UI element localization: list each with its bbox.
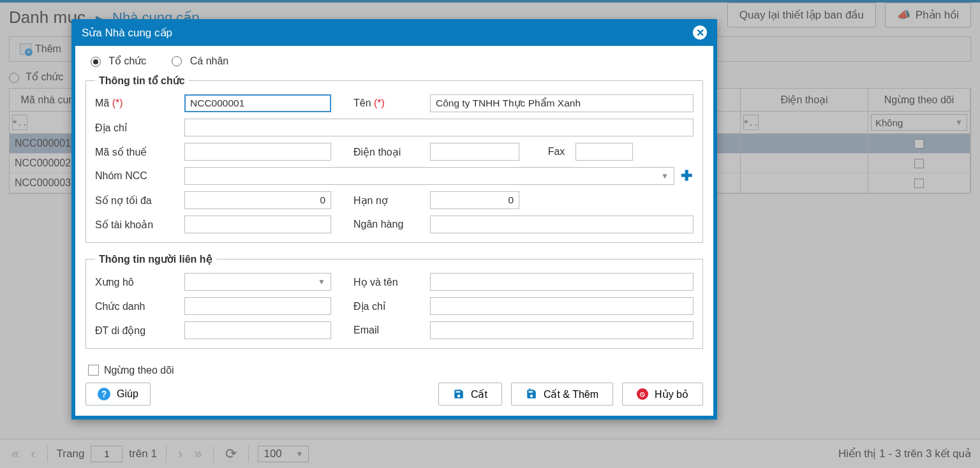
contact-info-fieldset: Thông tin người liên hệ Xưng hô ▼ Họ và … <box>85 253 703 349</box>
save-button-label: Cất <box>471 388 487 400</box>
fullname-input[interactable] <box>430 273 694 291</box>
chevron-down-icon: ▼ <box>318 277 325 286</box>
mobile-input[interactable] <box>184 321 331 339</box>
organization-legend: Thông tin tổ chức <box>95 75 189 87</box>
save-plus-icon <box>526 388 537 400</box>
address-input[interactable] <box>184 119 694 136</box>
stop-following-checkbox[interactable]: Ngừng theo dõi <box>85 359 703 376</box>
save-and-add-button-label: Cất & Thêm <box>544 388 598 400</box>
required-marker: (*) <box>112 98 123 108</box>
save-button[interactable]: Cất <box>438 383 502 406</box>
code-input[interactable] <box>184 94 331 112</box>
contact-legend: Thông tin người liên hệ <box>95 253 216 265</box>
mobile-label: ĐT di động <box>95 325 184 337</box>
save-and-add-button[interactable]: Cất & Thêm <box>511 383 613 406</box>
maxdebt-input[interactable] <box>184 191 331 209</box>
supplier-type-radios: Tổ chức Cá nhân <box>85 55 703 75</box>
group-select[interactable]: ▼ <box>184 167 674 185</box>
account-label: Số tài khoản <box>95 219 184 231</box>
radio-checked-icon <box>91 57 101 67</box>
email-label: Email <box>353 325 430 336</box>
bank-label: Ngân hàng <box>353 219 430 230</box>
contact-address-input[interactable] <box>430 297 694 315</box>
title-label: Chức danh <box>95 300 184 312</box>
radio-icon <box>172 56 182 66</box>
plus-icon: ✚ <box>681 168 692 184</box>
help-icon: ? <box>98 388 110 400</box>
required-marker: (*) <box>374 98 385 108</box>
group-label: Nhóm NCC <box>95 170 184 182</box>
maxdebt-label: Số nợ tối đa <box>95 194 184 207</box>
debtterm-input[interactable] <box>430 191 519 209</box>
address-label: Địa chỉ <box>95 122 184 134</box>
tax-label: Mã số thuế <box>95 146 184 158</box>
fullname-label: Họ và tên <box>353 276 430 288</box>
modal-footer: ? Giúp Cất Cất & Thêm ⦸ Hủy bỏ <box>85 376 703 406</box>
close-icon: ✕ <box>696 27 704 39</box>
edit-supplier-modal: Sửa Nhà cung cấp ✕ Tổ chức Cá nhân Thông… <box>71 19 717 420</box>
cancel-button[interactable]: ⦸ Hủy bỏ <box>622 383 703 406</box>
tax-input[interactable] <box>184 143 331 161</box>
organization-info-fieldset: Thông tin tổ chức Mã (*) Tên (*) Địa chỉ <box>85 75 703 243</box>
name-label: Tên (*) <box>353 98 430 109</box>
radio-individual-label: Cá nhân <box>190 55 229 66</box>
radio-individual[interactable]: Cá nhân <box>172 55 228 67</box>
salutation-select[interactable]: ▼ <box>184 273 331 291</box>
radio-organization[interactable]: Tổ chức <box>91 55 146 67</box>
checkbox-icon <box>88 365 99 376</box>
help-button[interactable]: ? Giúp <box>85 383 151 406</box>
phone-label: Điện thoại <box>353 146 430 158</box>
cancel-icon: ⦸ <box>637 388 648 400</box>
code-label: Mã (*) <box>95 98 184 109</box>
account-input[interactable] <box>184 216 331 233</box>
save-icon <box>453 388 464 400</box>
modal-title-text: Sửa Nhà cung cấp <box>82 26 172 40</box>
name-input[interactable] <box>430 94 694 112</box>
email-input[interactable] <box>430 321 694 339</box>
phone-input[interactable] <box>430 143 519 161</box>
close-button[interactable]: ✕ <box>693 26 707 40</box>
bank-input[interactable] <box>430 216 694 233</box>
salutation-label: Xưng hô <box>95 276 184 288</box>
add-group-button[interactable]: ✚ <box>679 169 694 183</box>
cancel-button-label: Hủy bỏ <box>655 388 688 400</box>
radio-organization-label: Tổ chức <box>108 55 146 66</box>
modal-body: Tổ chức Cá nhân Thông tin tổ chức Mã (*)… <box>75 46 713 416</box>
chevron-down-icon: ▼ <box>661 172 669 180</box>
stop-following-label: Ngừng theo dõi <box>104 364 174 376</box>
contact-address-label: Địa chỉ <box>353 300 430 312</box>
debtterm-label: Hạn nợ <box>353 194 430 207</box>
help-button-label: Giúp <box>117 388 138 400</box>
fax-input[interactable] <box>575 143 633 161</box>
title-input[interactable] <box>184 297 331 315</box>
modal-titlebar[interactable]: Sửa Nhà cung cấp ✕ <box>74 22 715 46</box>
fax-label: Fax <box>537 146 575 157</box>
